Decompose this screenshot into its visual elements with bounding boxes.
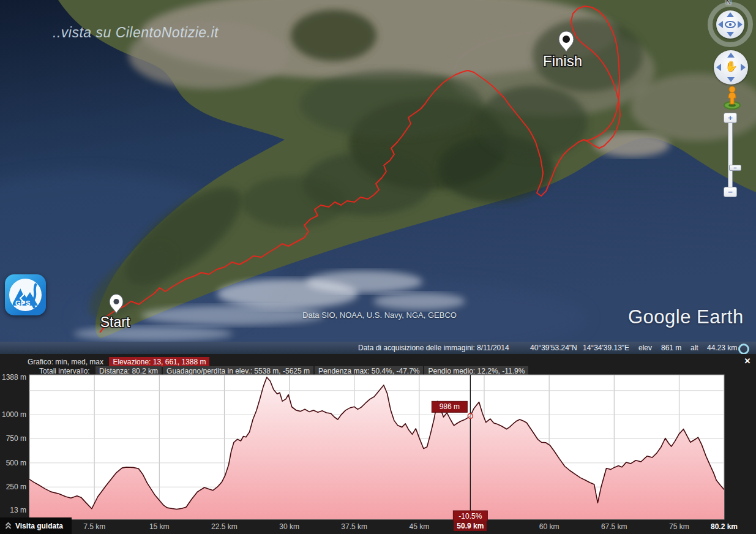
watermark-text: ..vista su CilentoNotizie.it bbox=[53, 24, 219, 41]
x-axis-label: 37.5 km bbox=[341, 522, 367, 531]
pan-up-arrow[interactable] bbox=[727, 53, 735, 58]
alt-value: 44.23 km bbox=[707, 344, 737, 352]
x-axis-label: 45 km bbox=[410, 522, 430, 531]
y-axis-label: 13 m bbox=[0, 506, 26, 514]
marker-km-chip: 50.9 km bbox=[454, 521, 487, 531]
elevation-profile-panel: Grafico: min, med, max Elevazione: 13, 6… bbox=[0, 354, 756, 534]
latitude-readout: 40°39'53.24"N bbox=[530, 344, 577, 352]
imagery-date: Data di acquisizione delle immagini: 8/1… bbox=[358, 344, 509, 352]
look-joystick[interactable] bbox=[708, 2, 753, 47]
elevation-summary-chip: Elevazione: 13, 661, 1388 m bbox=[109, 357, 209, 367]
x-axis: 7.5 km15 km22.5 km30 km37.5 km45 km60 km… bbox=[0, 519, 756, 534]
y-axis-label: 750 m bbox=[0, 434, 26, 443]
finish-pin-label: Finish bbox=[543, 53, 582, 69]
elev-label: elev bbox=[638, 344, 652, 352]
hand-icon: ✋ bbox=[725, 60, 738, 73]
zoom-control[interactable]: + − − bbox=[724, 113, 737, 197]
x-axis-label: 60 km bbox=[539, 522, 560, 531]
map-attribution: Data SIO, NOAA, U.S. Navy, NGA, GEBCO bbox=[285, 310, 474, 320]
pan-left-arrow[interactable] bbox=[716, 64, 721, 71]
move-joystick[interactable]: ✋ bbox=[714, 50, 748, 85]
totals-chips: Distanza: 80.2 kmGuadagno/perdita in ele… bbox=[95, 367, 530, 375]
longitude-readout: 14°34'39.13"E bbox=[583, 344, 629, 352]
x-axis-label: 75 km bbox=[669, 522, 689, 531]
marker-point bbox=[468, 413, 473, 418]
status-circle-icon bbox=[738, 344, 749, 355]
zoom-in-button[interactable]: + bbox=[724, 113, 737, 123]
google-earth-logo: Google Earth bbox=[628, 306, 744, 328]
zoom-out-button[interactable]: − bbox=[724, 187, 737, 197]
alt-label: alt bbox=[691, 344, 698, 352]
look-joystick-inner[interactable] bbox=[716, 10, 744, 39]
visita-guidata-button[interactable]: Visita guidata bbox=[0, 517, 72, 534]
gps-logo-label: GPS bbox=[15, 299, 31, 307]
grafico-label: Grafico: min, med, max bbox=[28, 358, 103, 366]
y-axis-label: 250 m bbox=[0, 483, 26, 491]
satellite-imagery: Start Finish bbox=[0, 0, 756, 342]
zoom-slider-handle[interactable]: − bbox=[729, 165, 741, 171]
map-viewport[interactable]: Start Finish ..vista su CilentoNotizie.i… bbox=[0, 0, 756, 342]
pan-down-arrow[interactable] bbox=[727, 77, 735, 82]
marker-elev-label: 986 m bbox=[440, 402, 460, 411]
totals-label: Totali intervallo: bbox=[39, 367, 90, 375]
x-axis-label: 67.5 km bbox=[601, 522, 627, 531]
y-axis-label: 1388 m bbox=[0, 373, 26, 382]
zoom-slider-track[interactable]: − bbox=[728, 122, 733, 187]
pegman[interactable] bbox=[722, 85, 742, 110]
elev-value: 861 m bbox=[661, 344, 681, 352]
gps-logo-disc: GPS bbox=[9, 279, 42, 311]
elevation-plot[interactable]: 986 m-10.5% bbox=[29, 375, 724, 519]
status-bar: Data di acquisizione delle immagini: 8/1… bbox=[0, 342, 756, 354]
gps-app-logo: GPS bbox=[5, 274, 46, 315]
visita-guidata-label: Visita guidata bbox=[15, 522, 63, 530]
google-earth-window: Start Finish ..vista su CilentoNotizie.i… bbox=[0, 0, 756, 534]
move-joystick-inner[interactable]: ✋ bbox=[714, 50, 748, 85]
eye-icon bbox=[716, 10, 744, 39]
x-axis-label: 22.5 km bbox=[211, 522, 238, 531]
x-axis-label: 15 km bbox=[149, 522, 170, 531]
double-chevron-up-icon bbox=[5, 522, 12, 530]
y-axis-label: 1000 m bbox=[0, 410, 26, 419]
x-axis-label: 7.5 km bbox=[83, 522, 105, 531]
close-profile-button[interactable]: ✕ bbox=[743, 356, 752, 366]
x-axis-label: 80.2 km bbox=[711, 522, 738, 531]
x-axis-label: 30 km bbox=[279, 522, 299, 531]
start-pin-label: Start bbox=[100, 314, 130, 330]
pan-right-arrow[interactable] bbox=[741, 64, 746, 71]
y-axis-label: 500 m bbox=[0, 459, 26, 467]
